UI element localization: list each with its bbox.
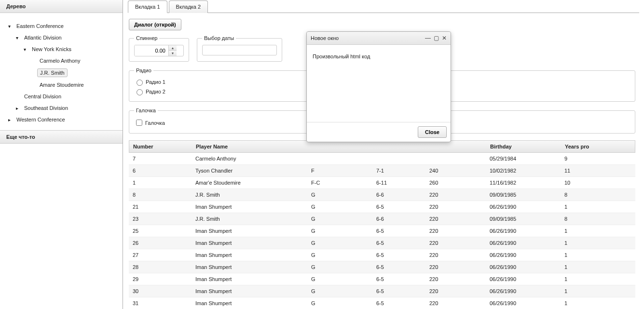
dialog-close-button[interactable]: Close [418, 126, 447, 138]
table-cell: 05/29/1984 [486, 153, 561, 164]
table-row[interactable]: 31Iman ShumpertG6-522006/26/19901 [129, 297, 635, 309]
table-cell: 09/09/1985 [486, 213, 561, 225]
table-header-cell[interactable] [426, 141, 486, 152]
table-cell: 06/26/1990 [486, 249, 561, 261]
table-cell: 6-11 [372, 177, 425, 188]
tree-node-label: Southeast Division [22, 104, 70, 112]
tree-node[interactable]: Carmelo Anthony [28, 55, 118, 67]
dialog-close-icon[interactable]: ✕ [442, 35, 447, 41]
table-cell: 1 [561, 297, 618, 309]
tree-node[interactable]: Central Division [13, 91, 118, 102]
table-cell: 06/26/1990 [486, 201, 561, 213]
table-cell: G [307, 297, 372, 309]
table-cell: 28 [129, 261, 192, 273]
spinner-up-button[interactable]: ▲ [169, 45, 177, 51]
table-cell: 220 [425, 249, 486, 261]
table-cell: Iman Shumpert [192, 249, 307, 261]
table-row[interactable]: 1Amar'e StoudemireF-C6-1126011/16/198210 [129, 177, 635, 189]
table-row[interactable]: 8J.R. SmithG6-622009/09/19858 [129, 189, 635, 201]
table-header-cell[interactable]: Birthday [486, 141, 561, 152]
chevron-down-icon[interactable]: ▾ [6, 24, 12, 29]
table-cell: 8 [561, 189, 618, 201]
chevron-right-icon[interactable]: ▸ [6, 117, 12, 122]
table-cell: 29 [129, 273, 192, 285]
table-row[interactable]: 23J.R. SmithG6-622009/09/19858 [129, 213, 635, 225]
tab[interactable]: Вкладка 1 [128, 0, 167, 13]
chevron-down-icon[interactable]: ▾ [14, 35, 20, 40]
tree-node-label: Carmelo Anthony [37, 57, 82, 65]
datepicker-fieldset: Выбор даты [197, 35, 282, 62]
accordion-header-tree[interactable]: Дерево [0, 0, 123, 13]
table-cell: 220 [425, 189, 486, 201]
table-cell: 8 [561, 213, 618, 225]
tree-node-label: New York Knicks [29, 45, 74, 53]
table-row[interactable]: 7Carmelo Anthony05/29/19849 [129, 153, 635, 165]
table-header-cell[interactable]: Number [129, 141, 192, 152]
table-cell: 6-5 [372, 261, 425, 273]
tree-node[interactable]: Amare Stoudemire [28, 79, 118, 91]
table-row[interactable]: 30Iman ShumpertG6-522006/26/19901 [129, 285, 635, 297]
table-row[interactable]: 26Iman ShumpertG6-522006/26/19901 [129, 237, 635, 249]
datepicker-input[interactable] [202, 45, 277, 55]
table-cell: Iman Shumpert [192, 285, 307, 297]
table-header-cell[interactable]: Player Name [192, 141, 308, 152]
table-cell: 25 [129, 225, 192, 237]
table-cell: 1 [129, 177, 192, 188]
tree-node[interactable]: ▾Eastern Conference [5, 20, 118, 32]
table-cell: 1 [561, 261, 618, 273]
table-cell: 06/26/1990 [486, 273, 561, 285]
table-cell: 11/16/1982 [486, 177, 561, 188]
table-cell: 06/26/1990 [486, 225, 561, 237]
table-cell: Tyson Chandler [192, 165, 307, 176]
datepicker-legend: Выбор даты [202, 35, 236, 41]
table-cell: 220 [425, 273, 486, 285]
sidebar: Дерево ▾Eastern Conference▾Atlantic Divi… [0, 0, 123, 309]
table-cell: 23 [129, 213, 192, 225]
dialog-maximize-icon[interactable]: ▢ [434, 35, 439, 41]
tree-node[interactable]: ▸Western Conference [5, 114, 118, 125]
radio-input[interactable] [137, 89, 143, 95]
checkbox-input[interactable] [136, 120, 142, 126]
tree-node[interactable]: J.R. Smith [28, 67, 118, 79]
players-table: NumberPlayer NameBirthdayYears pro 7Carm… [129, 140, 635, 309]
table-cell: Carmelo Anthony [192, 153, 307, 164]
spinner-down-button[interactable]: ▼ [169, 51, 177, 56]
table-header-cell[interactable] [308, 141, 373, 152]
table-cell: Amar'e Stoudemire [192, 177, 307, 188]
dialog-titlebar[interactable]: Новое окно — ▢ ✕ [307, 32, 451, 45]
table-cell: 27 [129, 249, 192, 261]
table-cell: 6-5 [372, 201, 425, 213]
radio-input[interactable] [137, 80, 143, 86]
tree-node[interactable]: ▾Atlantic Division [13, 32, 118, 43]
dialog-minimize-icon[interactable]: — [425, 35, 431, 41]
table-cell [372, 153, 425, 164]
accordion-header-other[interactable]: Еще что-то [0, 130, 123, 144]
tab[interactable]: Вкладка 2 [169, 0, 208, 13]
table-cell: G [307, 189, 372, 201]
tree-node[interactable]: ▾New York Knicks [20, 43, 118, 55]
dialog-window[interactable]: Новое окно — ▢ ✕ Произвольный html код C… [306, 31, 451, 142]
table-cell: 6-5 [372, 249, 425, 261]
table-cell: 6-5 [372, 273, 425, 285]
tree-node[interactable]: ▸Southeast Division [13, 102, 118, 114]
table-cell: G [307, 285, 372, 297]
table-row[interactable]: 28Iman ShumpertG6-522006/26/19901 [129, 261, 635, 273]
dialog-title: Новое окно [311, 35, 425, 41]
table-cell: 8 [129, 189, 192, 201]
chevron-down-icon[interactable]: ▾ [22, 47, 27, 52]
spinner-input[interactable] [135, 45, 168, 56]
table-header-cell[interactable]: Years pro [561, 141, 619, 152]
table-row[interactable]: 21Iman ShumpertG6-522006/26/19901 [129, 201, 635, 213]
table-row[interactable]: 25Iman ShumpertG6-522006/26/19901 [129, 225, 635, 237]
table-cell: 6-6 [372, 189, 425, 201]
table-row[interactable]: 6Tyson ChandlerF7-124010/02/198211 [129, 165, 635, 177]
table-row[interactable]: 27Iman ShumpertG6-522006/26/19901 [129, 249, 635, 261]
tree-node-label: Atlantic Division [22, 34, 64, 41]
chevron-right-icon[interactable]: ▸ [14, 106, 20, 111]
table-row[interactable]: 29Iman ShumpertG6-522006/26/19901 [129, 273, 635, 285]
table-header-cell[interactable] [373, 141, 426, 152]
table-cell: 1 [561, 273, 618, 285]
open-dialog-button[interactable]: Диалог (открой) [129, 19, 181, 30]
table-cell [425, 153, 486, 164]
table-cell: Iman Shumpert [192, 237, 307, 249]
